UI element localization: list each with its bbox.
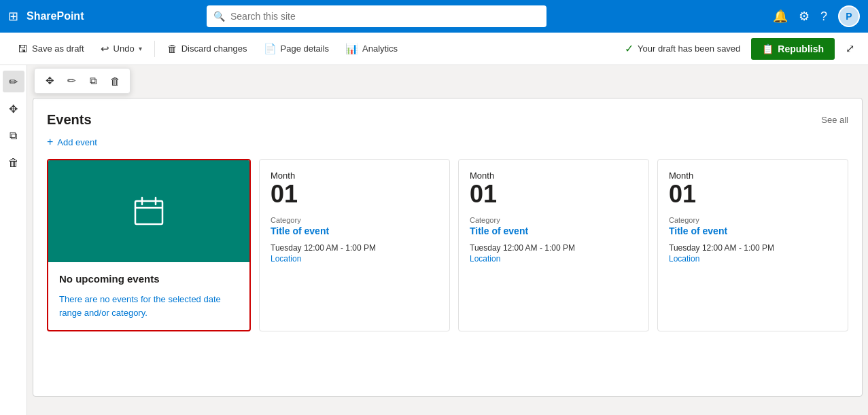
page-details-button[interactable]: 📄 Page details [257,39,336,59]
event-month-3: Month [669,170,837,181]
float-copy-button[interactable]: ⧉ [84,71,103,90]
notification-icon: 🔔 [773,9,788,24]
save-draft-button[interactable]: 🖫 Save as draft [11,39,91,58]
no-events-card-body: No upcoming events There are no events f… [48,262,249,330]
discard-label: Discard changes [181,43,247,54]
help-icon: ? [820,10,827,24]
analytics-icon: 📊 [345,43,358,55]
floating-toolbar: ✥ ✏ ⧉ 🗑 [34,68,131,94]
undo-label: Undo [114,43,135,54]
event-day-2: 01 [470,181,638,208]
sidebar-edit-icon[interactable]: ✏ [3,71,24,92]
add-event-label: Add event [57,137,97,147]
events-title: Events [47,112,92,128]
search-icon: 🔍 [213,11,225,22]
event-title-1[interactable]: Title of event [271,225,438,236]
analytics-button[interactable]: 📊 Analytics [338,39,404,59]
main-content: ✥ ✏ ⧉ 🗑 Events See all + Add event [27,65,868,415]
event-category-1: Category [271,216,438,224]
nav-right-icons: 🔔 ⚙ ? P [773,5,860,27]
event-category-2: Category [470,216,638,224]
search-bar: 🔍 [207,5,546,27]
events-header: Events See all [47,112,848,128]
notifications-button[interactable]: 🔔 [773,9,788,24]
event-card-2: Month 01 Category Title of event Tuesday… [458,159,649,331]
event-time-1: Tuesday 12:00 AM - 1:00 PM [271,243,438,253]
edit-toolbar: 🖫 Save as draft ↩ Undo ▾ 🗑 Discard chang… [0,33,868,65]
sidebar-layers-icon[interactable]: ⧉ [3,125,24,147]
settings-button[interactable]: ⚙ [799,9,810,24]
event-card-image [48,160,249,262]
event-category-3: Category [669,216,837,224]
event-time-2: Tuesday 12:00 AM - 1:00 PM [470,243,638,253]
top-nav: ⊞ SharePoint 🔍 🔔 ⚙ ? P [0,0,868,33]
avatar[interactable]: P [838,5,860,27]
float-delete-button[interactable]: 🗑 [105,71,124,90]
main-layout: ✏ ✥ ⧉ 🗑 ✥ ✏ ⧉ 🗑 Events See all + Add eve… [0,65,868,415]
expand-icon: ⤢ [846,43,854,54]
expand-button[interactable]: ⤢ [843,39,857,58]
event-location-2[interactable]: Location [470,254,638,264]
brand-name: SharePoint [27,10,84,22]
no-events-card: No upcoming events There are no events f… [47,159,251,331]
event-day-3: 01 [669,181,837,208]
left-sidebar: ✏ ✥ ⧉ 🗑 [0,65,27,415]
discard-icon: 🗑 [167,43,177,54]
draft-saved-status: ✓ Your draft has been saved [625,42,740,55]
no-events-title: No upcoming events [59,273,239,285]
event-location-3[interactable]: Location [669,254,837,264]
analytics-label: Analytics [362,43,398,54]
event-time-3: Tuesday 12:00 AM - 1:00 PM [669,243,837,253]
calendar-icon [132,194,166,228]
save-draft-label: Save as draft [32,43,84,54]
republish-label: Republish [778,43,824,54]
discard-button[interactable]: 🗑 Discard changes [160,39,254,58]
events-grid: No upcoming events There are no events f… [47,159,848,331]
search-input[interactable] [230,11,540,22]
sidebar-delete-icon[interactable]: 🗑 [3,152,24,174]
event-title-2[interactable]: Title of event [470,225,638,236]
undo-icon: ↩ [101,43,109,55]
sidebar-move-icon[interactable]: ✥ [3,98,24,120]
event-card-1: Month 01 Category Title of event Tuesday… [259,159,450,331]
event-card-3: Month 01 Category Title of event Tuesday… [657,159,848,331]
event-location-1[interactable]: Location [271,254,438,264]
grid-menu-button[interactable]: ⊞ [8,9,18,24]
event-title-3[interactable]: Title of event [669,225,837,236]
republish-button[interactable]: 📋 Republish [751,38,835,60]
undo-button[interactable]: ↩ Undo ▾ [94,39,149,59]
grid-icon: ⊞ [8,9,18,24]
add-icon: + [47,136,53,148]
see-all-link[interactable]: See all [821,115,848,125]
event-day-1: 01 [271,181,438,208]
events-section: Events See all + Add event [33,98,863,397]
event-month-1: Month [271,170,438,181]
republish-icon: 📋 [762,43,774,54]
settings-icon: ⚙ [799,9,810,24]
toolbar-divider-1 [154,41,155,57]
svg-rect-0 [135,201,162,224]
no-events-description: There are no events for the selected dat… [59,293,239,319]
draft-saved-text: Your draft has been saved [638,43,740,54]
add-event-button[interactable]: + Add event [47,136,848,148]
page-icon: 📄 [264,43,277,55]
undo-dropdown-arrow: ▾ [139,45,142,52]
help-button[interactable]: ? [820,10,827,24]
page-details-label: Page details [281,43,330,54]
check-icon: ✓ [625,42,633,55]
float-move-button[interactable]: ✥ [40,71,59,90]
event-month-2: Month [470,170,638,181]
float-edit-button[interactable]: ✏ [62,71,81,90]
save-icon: 🖫 [18,43,28,54]
